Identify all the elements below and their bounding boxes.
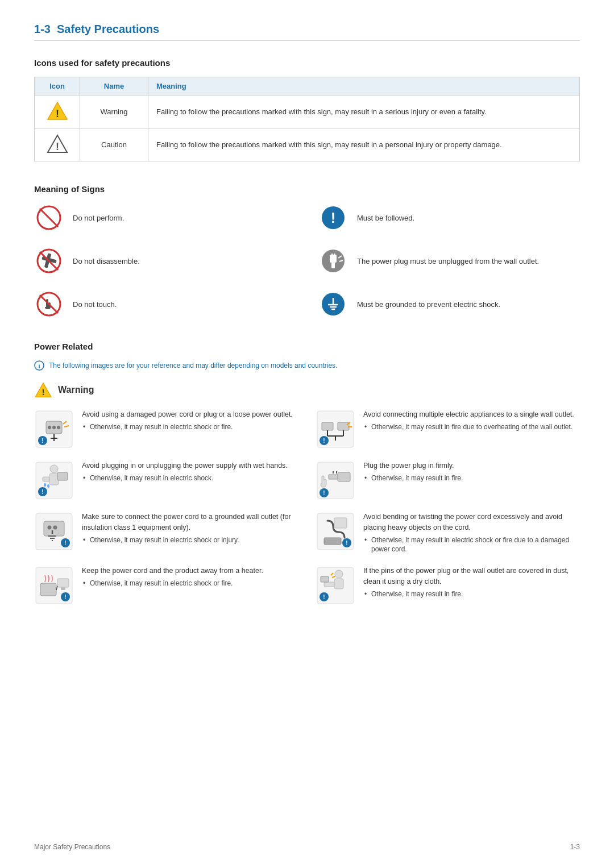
svg-point-33 [52,426,56,429]
svg-rect-16 [331,263,335,268]
svg-rect-42 [322,422,333,430]
svg-text:!: ! [346,540,347,546]
svg-rect-62 [338,472,350,481]
svg-text:!: ! [42,388,45,397]
warning-item-damaged-cord: ! Avoid using a damaged power cord or pl… [34,409,298,449]
svg-point-91 [335,570,343,578]
caution-name-cell: Caution [80,128,148,161]
must-be-followed-label: Must be followed. [357,214,414,222]
svg-point-58 [47,484,49,488]
away-from-heater-icon: ! [34,566,74,605]
warning-item-dust-on-pins: ! If the pins of the power plug or the w… [316,566,580,605]
warning-meaning-cell: Failing to follow the precautions marked… [148,95,580,128]
svg-text:!: ! [56,141,59,152]
svg-text:!: ! [42,489,43,495]
svg-rect-94 [321,576,329,582]
svg-rect-80 [334,518,347,528]
info-note-text: The following images are for your refere… [49,362,337,369]
sign-do-not-perform: Do not perform. [34,203,296,232]
info-note: i The following images are for your refe… [34,360,580,371]
damaged-cord-icon: ! [34,409,74,449]
caution-meaning-cell: Failing to follow the precautions marked… [148,128,580,161]
footer-left: Major Safety Precautions [34,843,110,851]
sign-must-be-grounded: Must be grounded to prevent electric sho… [318,289,580,319]
sign-do-not-disassemble: Do not disassemble. [34,246,296,276]
svg-rect-92 [334,579,343,589]
warning-item-multiple-appliances: ! Avoid connecting multiple electric app… [316,409,580,449]
signs-grid: Do not perform. ! Must be followed. [34,203,580,319]
svg-rect-13 [330,255,337,263]
warning-item-plug-firmly: ! Plug the power plug in firmly. Otherwi… [316,460,580,500]
footer: Major Safety Precautions 1-3 [34,843,580,851]
svg-point-70 [48,526,52,530]
safety-icons-table: Icon Name Meaning ! Warning Failing to f… [34,77,580,161]
dust-on-pins-text: If the pins of the power plug or the wal… [363,566,580,599]
must-be-grounded-label: Must be grounded to prevent electric sho… [357,300,500,309]
svg-text:!: ! [56,108,59,119]
svg-rect-84 [40,583,56,596]
grounded-outlet-text: Make sure to connect the power cord to a… [82,512,298,545]
power-related-section: Power Related i The following images are… [34,342,580,605]
warning-item-away-from-heater: ! Keep the power cord and the product aw… [34,566,298,605]
svg-text:!: ! [64,540,66,546]
svg-rect-43 [338,422,349,430]
svg-text:!: ! [323,438,325,444]
svg-rect-85 [57,579,69,587]
svg-rect-93 [324,582,334,587]
section-title: 1-3 Safety Precautions [34,23,580,41]
svg-text:!: ! [323,490,325,496]
warning-section-icon: ! [34,382,52,398]
meaning-of-signs-section: Meaning of Signs Do not perform. ! Must … [34,184,580,319]
sign-do-not-touch: Do not touch. [34,289,296,319]
wet-hands-icon: ! [34,460,74,500]
damaged-cord-text: Avoid using a damaged power cord or plug… [82,409,293,432]
grounded-outlet-icon: ! [34,512,74,551]
signs-subsection-title: Meaning of Signs [34,184,580,194]
power-related-title: Power Related [34,342,580,351]
do-not-perform-icon [34,203,64,232]
warning-label: Warning [58,385,94,395]
plug-firmly-icon: ! [316,460,355,500]
do-not-touch-icon [34,289,64,319]
table-row: ! Caution Failing to follow the precauti… [35,128,580,161]
warning-triangle-icon: ! [47,101,68,121]
svg-rect-15 [334,254,335,256]
wet-hands-text: Avoid plugging in or unplugging the powe… [82,460,288,483]
info-note-icon: i [34,360,44,371]
svg-line-20 [40,295,58,313]
multiple-appliances-icon: ! [316,409,355,449]
svg-rect-79 [324,538,341,545]
svg-line-5 [40,209,58,227]
svg-point-34 [57,426,60,429]
svg-text:!: ! [64,594,66,600]
svg-rect-14 [331,254,333,256]
svg-rect-56 [57,472,68,480]
svg-rect-55 [43,477,49,481]
warning-item-wet-hands: ! Avoid plugging in or unplugging the po… [34,460,298,500]
warning-item-grounded-outlet: ! Make sure to connect the power cord to… [34,512,298,554]
table-header-meaning: Meaning [148,77,580,95]
multiple-appliances-text: Avoid connecting multiple electric appli… [363,409,574,432]
footer-right: 1-3 [570,843,580,851]
warning-name-cell: Warning [80,95,148,128]
svg-point-57 [44,483,46,487]
power-unplug-icon [318,246,348,276]
sign-power-unplug: The power plug must be unplugged from th… [318,246,580,276]
warning-icon-cell: ! [35,95,80,128]
warning-header: ! Warning [34,382,580,398]
svg-text:!: ! [331,209,336,226]
power-unplug-label: The power plug must be unplugged from th… [357,257,539,265]
must-be-followed-icon: ! [318,203,348,232]
warning-items-grid: ! Avoid using a damaged power cord or pl… [34,409,580,605]
svg-text:!: ! [42,438,43,444]
table-header-icon: Icon [35,77,80,95]
svg-rect-86 [61,587,65,590]
bending-twisting-text: Avoid bending or twisting the power cord… [363,512,580,554]
do-not-perform-label: Do not perform. [73,214,124,222]
must-be-grounded-icon [318,289,348,319]
table-row: ! Warning Failing to follow the precauti… [35,95,580,128]
away-from-heater-text: Keep the power cord and the product away… [82,566,263,588]
bending-twisting-icon: ! [316,512,355,551]
plug-firmly-text: Plug the power plug in firmly. Otherwise… [363,460,463,483]
svg-text:i: i [38,363,40,369]
